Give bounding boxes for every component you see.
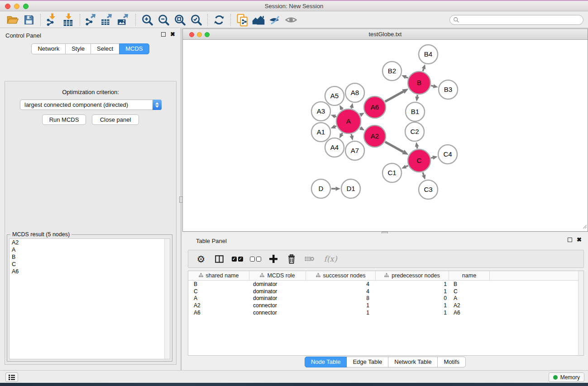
- mcds-result-item[interactable]: C: [10, 261, 170, 268]
- graph-node-label-A8: A8: [351, 89, 359, 96]
- graph-edge-C-C3[interactable]: [423, 172, 424, 175]
- zoom-out-icon[interactable]: [155, 13, 172, 27]
- network-canvas[interactable]: B4B2BB3A8A5A6A3B1AC2A1A2A4A7C4CC1C3DD1: [183, 40, 588, 231]
- graph-node-label-C: C: [417, 157, 422, 164]
- table-row[interactable]: Adominator80A: [188, 295, 583, 302]
- attribute-icon: [260, 272, 264, 279]
- delete-table-icon[interactable]: [304, 253, 315, 265]
- network-window-title: testGlobe.txt: [183, 31, 588, 38]
- toolbar-separator: [230, 14, 231, 26]
- graph-edge-A2-C[interactable]: [385, 142, 403, 152]
- table-row[interactable]: A6connector11A6: [188, 309, 583, 316]
- import-network-icon[interactable]: [44, 13, 60, 27]
- table-settings-icon[interactable]: ⚙: [196, 253, 206, 265]
- graph-node-label-C4: C4: [443, 150, 452, 158]
- attribute-icon: [316, 272, 320, 279]
- zoom-fit-icon[interactable]: [172, 13, 188, 27]
- network-window-titlebar[interactable]: testGlobe.txt: [183, 29, 588, 40]
- mcds-result-item[interactable]: A6: [10, 268, 170, 275]
- node-table: shared nameMCDS rolesuccessor nodesprede…: [188, 271, 584, 356]
- table-cell: A6: [188, 310, 249, 316]
- table-tab-motifs[interactable]: Motifs: [437, 357, 466, 367]
- table-tab-node-table[interactable]: Node Table: [305, 357, 347, 367]
- export-table-icon[interactable]: [100, 13, 116, 27]
- toggle-column-view-icon[interactable]: [214, 253, 225, 265]
- graph-edge-B-B1[interactable]: [417, 95, 418, 97]
- save-session-icon[interactable]: [21, 13, 37, 27]
- graph-edge-B-B4[interactable]: [423, 69, 424, 71]
- graph-edge-A-A3[interactable]: [335, 116, 336, 117]
- add-column-icon[interactable]: [268, 253, 279, 265]
- column-header-successor-nodes[interactable]: successor nodes: [306, 271, 376, 280]
- zoom-selected-icon[interactable]: [188, 13, 204, 27]
- table-cell: 1: [376, 302, 449, 309]
- table-tab-network-table[interactable]: Network Table: [388, 357, 438, 367]
- table-cell: A: [188, 295, 249, 301]
- graph-edge-B-B3[interactable]: [431, 86, 433, 86]
- table-cell: 1: [376, 310, 449, 316]
- resize-grip-icon[interactable]: [583, 223, 587, 231]
- table-cell: connector: [249, 310, 306, 316]
- table-cell: A: [449, 295, 490, 301]
- function-builder-icon[interactable]: f(x): [322, 253, 339, 265]
- show-graphics-details-icon[interactable]: [283, 13, 299, 27]
- graph-edge-arrowhead: [336, 187, 341, 191]
- column-header-label: MCDS role: [267, 272, 295, 279]
- table-row[interactable]: Bdominator41B: [188, 281, 583, 288]
- tab-select[interactable]: Select: [91, 43, 120, 54]
- float-table-panel-icon[interactable]: [568, 238, 572, 242]
- column-header-shared-name[interactable]: shared name: [188, 271, 249, 280]
- result-list-scrollbar[interactable]: [164, 239, 170, 359]
- mcds-result-item[interactable]: A: [10, 246, 170, 253]
- graph-edge-C-C2[interactable]: [417, 147, 417, 148]
- graph-edge-C-C4[interactable]: [431, 157, 433, 158]
- table-row[interactable]: Cdominator41C: [188, 288, 583, 295]
- zoom-in-icon[interactable]: [139, 13, 155, 27]
- graph-edge-arrowhead: [331, 114, 336, 118]
- search-input[interactable]: [449, 15, 583, 25]
- tab-mcds[interactable]: MCDS: [119, 43, 149, 54]
- table-scrollbar[interactable]: [578, 271, 583, 355]
- close-table-panel-icon[interactable]: ✖: [577, 238, 582, 242]
- column-header-predecessor-nodes[interactable]: predecessor nodes: [376, 271, 449, 280]
- home-icon[interactable]: [250, 13, 267, 27]
- mcds-result-title: MCDS result (5 nodes): [10, 231, 72, 238]
- column-header-name[interactable]: name: [449, 271, 490, 280]
- close-panel-button[interactable]: Close panel: [92, 114, 139, 125]
- deselect-all-rows-icon[interactable]: [250, 253, 261, 265]
- graph-edge-arrowhead: [330, 125, 335, 129]
- refresh-icon[interactable]: [211, 13, 227, 27]
- graph-edge-C-C1[interactable]: [406, 166, 408, 167]
- open-session-icon[interactable]: [5, 13, 21, 27]
- graph-edge-A-A4[interactable]: [342, 133, 343, 134]
- title-bar: Session: New Session: [0, 0, 588, 11]
- table-tab-edge-table[interactable]: Edge Table: [346, 357, 388, 367]
- mcds-result-item[interactable]: B: [10, 253, 170, 261]
- graph-edge-B-B2[interactable]: [406, 77, 408, 78]
- tab-network[interactable]: Network: [31, 43, 66, 54]
- graph-node-label-C1: C1: [387, 169, 396, 176]
- run-mcds-button[interactable]: Run MCDS: [42, 114, 86, 125]
- memory-button[interactable]: Memory: [549, 372, 584, 382]
- export-network-icon[interactable]: [83, 13, 100, 27]
- select-all-rows-icon[interactable]: ✓✓: [232, 253, 243, 265]
- mcds-result-item[interactable]: A2: [10, 239, 170, 246]
- graph-edge-A-A1[interactable]: [335, 126, 336, 127]
- hide-graphics-details-icon[interactable]: [267, 13, 283, 27]
- float-panel-icon[interactable]: [161, 32, 166, 37]
- tab-style[interactable]: Style: [65, 43, 91, 54]
- graph-edge-A-A5[interactable]: [342, 109, 342, 110]
- import-table-icon[interactable]: [60, 13, 76, 27]
- task-history-button[interactable]: [5, 372, 18, 382]
- clone-network-icon[interactable]: [234, 13, 250, 27]
- graph-edge-A6-B[interactable]: [385, 91, 403, 101]
- delete-columns-icon[interactable]: [286, 253, 297, 265]
- criterion-select[interactable]: largest connected component (directed): [20, 100, 162, 110]
- table-row[interactable]: A2connector11A2: [188, 302, 583, 309]
- close-panel-icon[interactable]: ✖: [170, 32, 175, 37]
- graph-edge-A-A2[interactable]: [360, 128, 360, 128]
- graph-edge-A-A7[interactable]: [351, 134, 352, 136]
- column-header-mcds-role[interactable]: MCDS role: [249, 271, 306, 280]
- table-cell: dominator: [249, 288, 306, 295]
- export-image-icon[interactable]: [116, 13, 132, 27]
